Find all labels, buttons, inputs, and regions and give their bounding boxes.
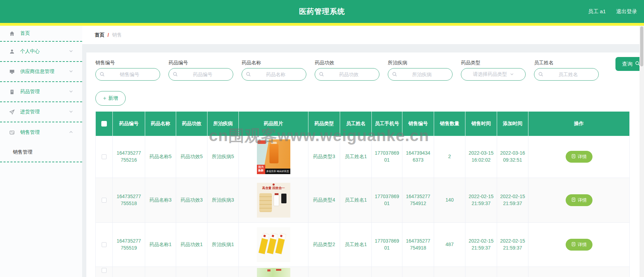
breadcrumb-home[interactable]: 首页 [95,32,104,38]
cell-disease: 所治疾病5 [207,136,239,178]
cell-actions: 详情 [528,222,630,267]
cell-disease: 所治疾病1 [207,222,239,267]
sales-table: 药品编号药品名称药品功效所治疾病药品照片药品类型员工姓名员工手机号销售编号销售数… [95,112,630,277]
cell-sale-time: 2022-02-15 21:59:37 [465,222,497,267]
detail-button[interactable]: 详情 [566,151,592,163]
cell-quantity: 140 [434,178,465,222]
filter-field-drug-no: 药品编号 [168,59,233,81]
sidebar-item-drug[interactable]: 药品管理 [0,82,82,102]
row-checkbox[interactable] [102,198,107,203]
page-scrollbar[interactable] [639,26,644,277]
breadcrumb: 首页 / 销售 [82,26,644,44]
photo-badge: 高含量 四效合一 [257,186,290,190]
header-user-area: 员工 a1 退出登录 [588,0,637,23]
filter-field-drug-name: 药品名称 [242,59,306,81]
sidebar-item-label: 进货管理 [20,109,69,115]
cell-drug-id: 164735277755518 [113,178,145,222]
clipboard-icon [9,89,15,95]
column-header: 药品照片 [239,112,308,136]
cell-employee: 员工姓名1 [340,136,372,178]
cell-select [96,136,113,178]
detail-button[interactable]: 详情 [566,194,592,206]
column-header: 销售编号 [402,112,434,136]
add-row: + 新增 [95,91,642,106]
column-header: 所治疾病 [207,112,239,136]
cell-drug-name: 药品名称1 [145,222,176,267]
sidebar-item-supplier[interactable]: 供应商信息管理 [0,62,82,82]
app-header: 医药管理系统 员工 a1 退出登录 [0,0,644,23]
scrollbar-thumb[interactable] [640,26,643,66]
cell-photo [239,222,308,267]
cell-add-time: 2022-02-15 21:59:37 [497,178,528,222]
cell-drug-id: 164735277755519 [113,222,145,267]
column-header: 销售时间 [465,112,497,136]
cell-sale-id: 164735277754912 [402,178,434,222]
message-icon [9,129,15,136]
sidebar-item-label: 销售管理 [20,129,69,136]
chevron-down-icon [69,48,73,55]
cell-drug-id: 164735277755216 [113,136,145,178]
filter-label: 药品功效 [315,59,379,66]
row-checkbox[interactable] [102,268,107,273]
cell-add-time [497,267,528,277]
monitor-icon [9,68,15,75]
table-header-row: 药品编号药品名称药品功效所治疾病药品照片药品类型员工姓名员工手机号销售编号销售数… [96,112,630,136]
sidebar-item-profile[interactable]: 个人中心 [0,42,82,62]
cell-select [96,222,113,267]
cell-drug-type [308,267,340,277]
logout-link[interactable]: 退出登录 [616,8,637,15]
sidebar: 首页个人中心供应商信息管理药品管理进货管理销售管理销售管理 [0,26,82,277]
breadcrumb-current: 销售 [112,32,122,38]
column-header: 销售数量 [434,112,465,136]
drug-no-input[interactable] [168,68,233,81]
cell-quantity: 2 [434,136,465,178]
cell-drug-name: 药品名称5 [145,136,176,178]
column-header: 药品编号 [113,112,145,136]
sidebar-item-label: 首页 [20,30,73,36]
filter-field-employee-name: 员工姓名 [534,59,599,81]
cell-sale-id: 164735277754918 [402,222,434,267]
column-header: 药品类型 [308,112,340,136]
add-button[interactable]: + 新增 [95,91,126,106]
chevron-down-icon [69,89,73,95]
sidebar-item-sales[interactable]: 销售管理 [0,122,82,142]
cell-actions [528,267,630,277]
cell-drug-id [113,267,145,277]
cell-add-time: 2022-02-15 21:59:37 [497,222,528,267]
main-layout: 首页个人中心供应商信息管理药品管理进货管理销售管理销售管理 首页 / 销售 销售… [0,26,644,277]
disease-input[interactable] [388,68,453,81]
accent-bar [0,23,644,26]
detail-button[interactable]: 详情 [566,239,592,251]
drug-photo [257,268,290,277]
sidebar-subitem-sales-manage[interactable]: 销售管理 [0,142,82,162]
cell-sale-id: 1647394346373 [402,136,434,178]
cell-select [96,267,113,277]
drug-type-select[interactable]: 请选择药品类型 [461,68,526,81]
current-user-label[interactable]: 员工 a1 [588,8,606,15]
select-placeholder: 请选择药品类型 [473,71,507,78]
cell-drug-type: 药品类型4 [308,178,340,222]
row-checkbox[interactable] [102,154,107,159]
column-header: 添加时间 [497,112,528,136]
drug-effect-input[interactable] [315,68,379,81]
filter-label: 所治疾病 [388,59,453,66]
sidebar-item-label: 药品管理 [20,89,69,95]
sidebar-item-label: 供应商信息管理 [20,68,69,75]
drug-name-input[interactable] [242,68,306,81]
employee-name-input[interactable] [534,68,599,81]
filters-row: 销售编号药品编号药品名称药品功效所治疾病药品类型请选择药品类型员工姓名查询 [95,59,642,81]
cell-effect: 药品功效1 [176,222,207,267]
user-icon [9,48,15,55]
filter-field-sale-no: 销售编号 [95,59,160,81]
sidebar-item-purchase[interactable]: 进货管理 [0,102,82,122]
select-all-checkbox[interactable] [101,121,107,127]
filter-label: 药品编号 [168,59,233,66]
cell-actions: 详情 [528,136,630,178]
cell-quantity: 487 [434,222,465,267]
row-checkbox[interactable] [102,242,107,247]
sidebar-item-home[interactable]: 首页 [0,26,82,42]
document-icon [571,197,576,203]
drug-photo: 活力焕新多组营养 喝出好状态 [257,139,290,174]
filter-label: 员工姓名 [534,59,599,66]
sale-no-input[interactable] [95,68,160,81]
